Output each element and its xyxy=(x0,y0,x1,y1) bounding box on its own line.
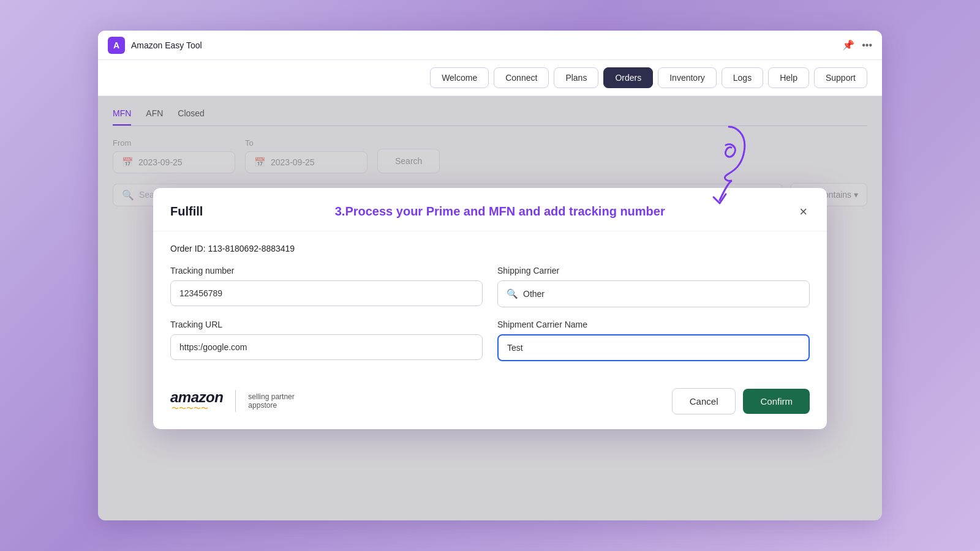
nav-inventory[interactable]: Inventory xyxy=(658,67,717,88)
modal-annotation: 3.Process your Prime and MFN and add tra… xyxy=(203,204,797,219)
modal-close-button[interactable]: × xyxy=(797,203,810,221)
app-window: A Amazon Easy Tool 📌 ••• Welcome Connect… xyxy=(98,31,882,520)
nav-logs[interactable]: Logs xyxy=(722,67,763,88)
shipment-carrier-name-label: Shipment Carrier Name xyxy=(497,320,810,329)
tracking-number-input[interactable] xyxy=(170,280,483,306)
amazon-logo: amazon 〜〜〜〜〜 selling partner appstore xyxy=(170,389,295,414)
modal-header: Fulfill 3.Process your Prime and MFN and… xyxy=(153,188,827,231)
nav-welcome[interactable]: Welcome xyxy=(430,67,489,88)
shipment-carrier-name-input[interactable] xyxy=(497,334,810,361)
nav-support[interactable]: Support xyxy=(814,67,867,88)
main-content: MFN AFN Closed From 📅 2023-09-25 To 📅 20… xyxy=(98,96,882,520)
modal-footer: amazon 〜〜〜〜〜 selling partner appstore Ca… xyxy=(153,378,827,429)
app-icon-letter: A xyxy=(113,40,119,50)
tracking-url-label: Tracking URL xyxy=(170,320,483,329)
nav-help[interactable]: Help xyxy=(768,67,809,88)
modal-overlay: Fulfill 3.Process your Prime and MFN and… xyxy=(98,96,882,520)
app-title: Amazon Easy Tool xyxy=(131,40,202,50)
shipping-carrier-input[interactable] xyxy=(523,289,801,299)
partner-text: selling partner appstore xyxy=(248,392,294,410)
modal-title: Fulfill xyxy=(170,204,203,219)
nav-plans[interactable]: Plans xyxy=(554,67,598,88)
carrier-search-icon: 🔍 xyxy=(507,288,518,299)
partner-line1: selling partner xyxy=(248,392,294,401)
nav-orders[interactable]: Orders xyxy=(603,67,653,88)
tracking-url-input[interactable] xyxy=(170,334,483,360)
title-bar: A Amazon Easy Tool 📌 ••• xyxy=(98,31,882,60)
app-icon: A xyxy=(108,37,125,54)
cancel-button[interactable]: Cancel xyxy=(672,388,736,414)
form-grid: Tracking number Shipping Carrier 🔍 xyxy=(170,266,810,361)
amazon-logo-mark: amazon 〜〜〜〜〜 xyxy=(170,389,223,414)
shipping-carrier-field: Shipping Carrier 🔍 xyxy=(497,266,810,307)
tracking-url-field: Tracking URL xyxy=(170,320,483,361)
shipping-carrier-input-wrap[interactable]: 🔍 xyxy=(497,280,810,307)
amazon-smile: 〜〜〜〜〜 xyxy=(172,403,208,414)
tracking-number-label: Tracking number xyxy=(170,266,483,276)
title-bar-right: 📌 ••• xyxy=(842,39,872,51)
confirm-button[interactable]: Confirm xyxy=(743,389,810,414)
modal-body: Order ID: 113-8180692-8883419 Tracking n… xyxy=(153,231,827,378)
pin-icon[interactable]: 📌 xyxy=(842,39,854,51)
shipping-carrier-label: Shipping Carrier xyxy=(497,266,810,276)
shipment-carrier-name-field: Shipment Carrier Name xyxy=(497,320,810,361)
footer-divider xyxy=(235,390,236,412)
tracking-number-field: Tracking number xyxy=(170,266,483,307)
partner-line2: appstore xyxy=(248,401,294,410)
nav-connect[interactable]: Connect xyxy=(494,67,549,88)
modal-dialog: Fulfill 3.Process your Prime and MFN and… xyxy=(153,188,827,429)
more-options-icon[interactable]: ••• xyxy=(862,40,872,51)
order-id-label: Order ID: 113-8180692-8883419 xyxy=(170,244,810,253)
footer-actions: Cancel Confirm xyxy=(672,388,810,414)
nav-bar: Welcome Connect Plans Orders Inventory L… xyxy=(98,60,882,96)
